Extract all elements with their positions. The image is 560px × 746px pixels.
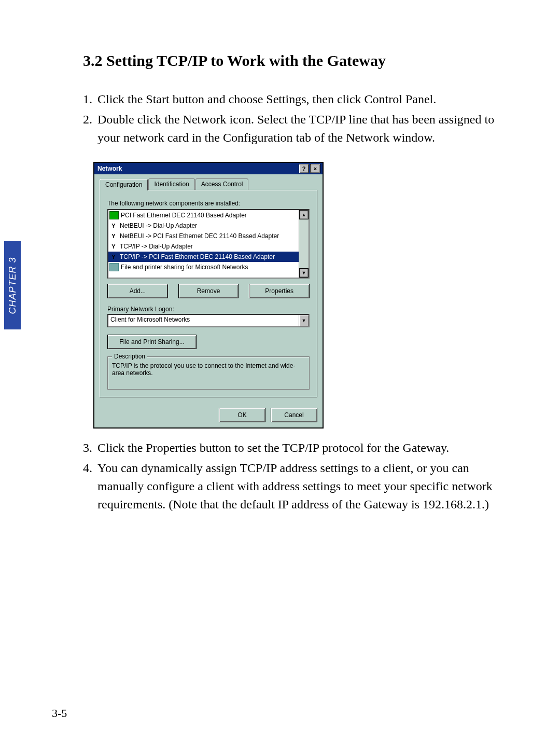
step-text: Click the Properties button to set the T… [97,439,508,457]
list-item[interactable]: PCI Fast Ethernet DEC 21140 Based Adapte… [108,210,299,220]
step-text: Click the Start button and choose Settin… [97,90,508,108]
instruction-step: 4.You can dynamically assign TCP/IP addr… [83,459,508,513]
help-button[interactable]: ? [299,164,309,173]
list-item-label: PCI Fast Ethernet DEC 21140 Based Adapte… [121,212,247,219]
network-dialog: Network ? × ConfigurationIdentificationA… [93,162,324,429]
instruction-step: 3.Click the Properties button to set the… [83,439,508,457]
tab-identification[interactable]: Identification [148,178,194,190]
chapter-label: CHAPTER 3 [7,257,18,314]
description-legend: Description [112,353,147,360]
step-text: Double click the Network icon. Select th… [97,110,508,147]
list-item-label: TCP/IP -> Dial-Up Adapter [120,243,193,250]
step-number: 4. [83,459,97,513]
section-title: 3.2 Setting TCP/IP to Work with the Gate… [83,52,508,70]
logon-value: Client for Microsoft Networks [108,315,299,326]
list-item-label: NetBEUI -> Dial-Up Adapter [120,222,197,229]
tabs: ConfigurationIdentificationAccess Contro… [100,178,317,190]
step-number: 3. [83,439,97,457]
step-number: 2. [83,110,97,147]
scroll-up-icon[interactable]: ▲ [299,210,309,219]
logon-label: Primary Network Logon: [107,306,310,313]
share-icon [109,263,119,271]
tab-panel-configuration: The following network components are ins… [100,190,317,397]
list-item-label: File and printer sharing for Microsoft N… [121,264,248,271]
list-item[interactable]: File and printer sharing for Microsoft N… [108,262,299,272]
tab-access-control[interactable]: Access Control [195,178,249,190]
titlebar: Network ? × [94,163,323,174]
chevron-down-icon[interactable]: ▼ [299,315,309,326]
logon-combo[interactable]: Client for Microsoft Networks ▼ [107,314,310,327]
components-listbox[interactable]: PCI Fast Ethernet DEC 21140 Based Adapte… [107,209,310,279]
proto-icon: Y [109,253,118,260]
proto-icon: Y [109,222,118,229]
list-item-label: TCP/IP -> PCI Fast Ethernet DEC 21140 Ba… [120,253,275,260]
add-button[interactable]: Add... [107,284,168,298]
components-label: The following network components are ins… [107,200,310,207]
instructions-after: 3.Click the Properties button to set the… [83,439,508,513]
close-button[interactable]: × [310,164,320,173]
cancel-button[interactable]: Cancel [271,408,317,422]
properties-button[interactable]: Properties [249,284,310,298]
dialog-title: Network [96,165,298,172]
tab-configuration[interactable]: Configuration [100,179,148,190]
instruction-step: 2.Double click the Network icon. Select … [83,110,508,147]
scroll-down-icon[interactable]: ▼ [299,268,309,278]
list-item[interactable]: YTCP/IP -> PCI Fast Ethernet DEC 21140 B… [108,252,299,262]
adapter-icon [109,211,119,219]
scrollbar[interactable]: ▲ ▼ [299,210,309,278]
list-item[interactable]: YNetBEUI -> PCI Fast Ethernet DEC 21140 … [108,231,299,241]
remove-button[interactable]: Remove [178,284,239,298]
page-number: 3-5 [52,707,67,720]
proto-icon: Y [109,243,118,250]
file-print-sharing-button[interactable]: File and Print Sharing... [107,335,197,349]
list-item[interactable]: YTCP/IP -> Dial-Up Adapter [108,241,299,252]
ok-button[interactable]: OK [219,408,265,422]
description-text: TCP/IP is the protocol you use to connec… [112,362,305,377]
proto-icon: Y [109,232,118,240]
list-item[interactable]: YNetBEUI -> Dial-Up Adapter [108,220,299,231]
instructions-before: 1.Click the Start button and choose Sett… [83,90,508,146]
step-number: 1. [83,90,97,108]
step-text: You can dynamically assign TCP/IP addres… [97,459,508,513]
chapter-tab: CHAPTER 3 [4,241,21,329]
description-group: Description TCP/IP is the protocol you u… [107,356,310,390]
list-item-label: NetBEUI -> PCI Fast Ethernet DEC 21140 B… [120,232,279,240]
instruction-step: 1.Click the Start button and choose Sett… [83,90,508,108]
